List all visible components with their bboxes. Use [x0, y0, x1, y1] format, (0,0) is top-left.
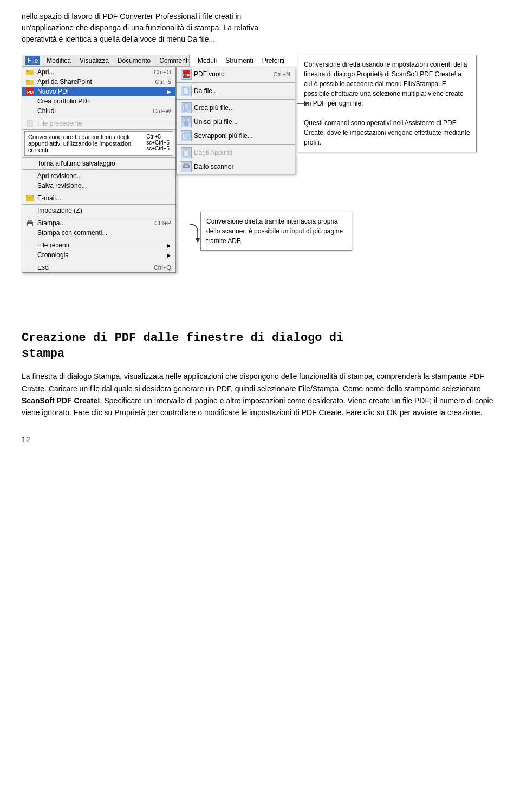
submenu-sep-1	[177, 82, 295, 83]
tooltip-scanner-info: Conversione diretta tramite interfaccia …	[200, 212, 352, 251]
menu-preferiti[interactable]: Preferiti	[260, 56, 287, 65]
menu-item-email[interactable]: E-mail...	[22, 193, 176, 203]
menu-item-cronologia[interactable]: Cronologia ▶	[22, 250, 176, 260]
file-dropdown-menu: Apri... Ctrl+O Apri da SharePoint Ctrl+5…	[22, 67, 176, 273]
menu-item-apri[interactable]: Apri... Ctrl+O	[22, 67, 176, 77]
separator-9	[22, 261, 176, 261]
submenu-unisci-piu-file[interactable]: Unisci più file...	[177, 115, 295, 129]
menu-strumenti[interactable]: Strumenti	[223, 56, 255, 65]
tooltip-conversion-info: Conversione diretta usando le impostazio…	[298, 55, 477, 152]
svg-rect-3	[26, 80, 29, 82]
dagli-appunti-icon	[181, 147, 192, 158]
menu-commenti[interactable]: Commenti	[157, 56, 191, 65]
dallo-scanner-icon	[181, 161, 192, 172]
intro-paragraph: nello spazio di lavoro di PDF Converter …	[22, 11, 498, 45]
menu-item-file-recenti[interactable]: File recenti ▶	[22, 240, 176, 250]
menu-item-apri-revisione[interactable]: Apri revisione...	[22, 171, 176, 181]
menu-modifica[interactable]: Modifica	[44, 56, 73, 65]
print-icon	[24, 219, 35, 227]
separator-5	[22, 192, 176, 192]
menu-item-stampa[interactable]: Stampa... Ctrl+P	[22, 218, 176, 228]
submenu-sep-3	[177, 144, 295, 145]
body-text-section: La finestra di dialogo Stampa, visualizz…	[22, 370, 498, 419]
svg-rect-19	[185, 122, 188, 126]
file-precedente-icon	[24, 119, 35, 128]
menu-documento[interactable]: Documento	[115, 56, 153, 65]
page-number: 12	[22, 435, 498, 444]
callout-box-appunti: Conversione diretta dai contenuti degli …	[24, 131, 173, 156]
svg-rect-10	[28, 224, 32, 226]
menu-item-stampa-commenti[interactable]: Stampa con commenti...	[22, 228, 176, 238]
folder-icon	[24, 68, 35, 76]
svg-rect-23	[185, 148, 188, 150]
submenu-sovrapponi-piu-file[interactable]: Sovrapponi più file...	[177, 129, 295, 143]
sharepoint-icon	[24, 77, 35, 86]
da-file-icon	[181, 86, 192, 96]
submenu-da-file[interactable]: Da file...	[177, 84, 295, 98]
sovrapponi-piu-file-icon	[181, 130, 192, 141]
nuovo-pdf-submenu: PDF PDF vuoto Ctrl+N Da file... Crea più…	[176, 67, 295, 174]
pdf-vuoto-icon: PDF	[181, 69, 192, 80]
separator-7	[22, 217, 176, 217]
menu-item-nuovo-pdf[interactable]: PDF Nuovo PDF ▶	[22, 87, 176, 96]
separator-8	[22, 239, 176, 239]
submenu-dallo-scanner[interactable]: Dallo scanner	[177, 160, 295, 174]
separator-1	[22, 117, 176, 117]
separator-2	[22, 129, 176, 130]
pdf-new-icon: PDF	[24, 87, 35, 96]
menu-item-torna-salvataggio[interactable]: Torna all'ultimo salvataggio	[22, 159, 176, 168]
menu-visualizza[interactable]: Visualizza	[77, 56, 111, 65]
menu-item-esci[interactable]: Esci Ctrl+Q	[22, 263, 176, 272]
intro-text: nello spazio di lavoro di PDF Converter …	[22, 11, 498, 45]
section-heading: Creazione di PDF dalle finestre di dialo…	[22, 331, 498, 362]
submenu-sep-2	[177, 99, 295, 100]
separator-4	[22, 169, 176, 170]
svg-rect-9	[28, 220, 32, 222]
diagram-area: File Modifica Visualizza Documento Comme…	[22, 55, 498, 315]
submenu-crea-piu-file[interactable]: Crea più file...	[177, 101, 295, 115]
menu-file[interactable]: File	[25, 56, 40, 65]
separator-6	[22, 204, 176, 205]
unisci-piu-file-icon	[181, 116, 192, 127]
submenu-dagli-appunti: Dagli Appunti	[177, 146, 295, 160]
menu-item-crea-portfolio[interactable]: Crea portfolio PDF	[22, 96, 176, 106]
menu-moduli[interactable]: Moduli	[196, 56, 219, 65]
svg-rect-25	[184, 163, 189, 166]
svg-text:PDF: PDF	[183, 73, 191, 77]
menu-item-file-precedente: File precedente	[22, 119, 176, 128]
separator-3	[22, 157, 176, 158]
svg-text:PDF: PDF	[27, 90, 34, 95]
menu-item-imposizione[interactable]: Imposizione (Z)	[22, 206, 176, 215]
svg-rect-1	[26, 70, 29, 72]
menu-item-apri-sharepoint[interactable]: Apri da SharePoint Ctrl+5	[22, 77, 176, 87]
crea-piu-file-icon	[181, 102, 192, 113]
menu-item-chiudi[interactable]: Chiudi Ctrl+W	[22, 106, 176, 116]
svg-rect-16	[184, 104, 189, 110]
menu-bar: File Modifica Visualizza Documento Comme…	[22, 55, 190, 67]
menu-item-salva-revisione[interactable]: Salva revisione...	[22, 181, 176, 191]
svg-rect-6	[27, 120, 32, 127]
email-icon	[24, 194, 35, 202]
svg-rect-26	[185, 166, 188, 167]
submenu-pdf-vuoto[interactable]: PDF PDF vuoto Ctrl+N	[177, 67, 295, 81]
svg-rect-21	[185, 132, 190, 137]
